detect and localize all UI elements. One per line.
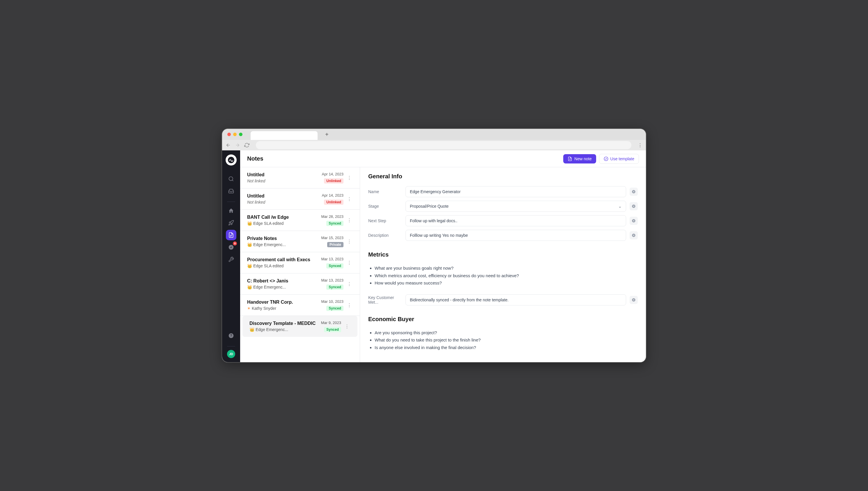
remove-field-button[interactable] xyxy=(629,202,638,210)
reload-button[interactable] xyxy=(244,143,249,148)
bullet-item: How would you measure success? xyxy=(374,279,638,287)
bullet-item: What are your business goals right now? xyxy=(374,264,638,272)
bullet-item: Are you sponsoring this project? xyxy=(374,329,638,337)
use-template-button[interactable]: Use template xyxy=(599,154,639,164)
note-date: Mar 28, 2023 xyxy=(321,214,343,219)
note-plus-icon xyxy=(568,156,572,161)
sidebar-divider xyxy=(227,202,235,202)
main-area: UntitledNot linkedApr 14, 2023Unlinked⋮U… xyxy=(240,167,646,362)
app-root: 9 ? JD Notes New note Use template xyxy=(222,150,646,362)
sidebar-divider xyxy=(227,346,235,346)
note-link: 👑 Edge Emergenc... xyxy=(247,285,321,289)
remove-field-button[interactable] xyxy=(629,187,638,196)
inbox-icon[interactable] xyxy=(226,186,236,196)
rocket-icon[interactable] xyxy=(226,218,236,228)
note-menu-button[interactable]: ⋮ xyxy=(346,238,353,246)
browser-window: + ⋮ 9 ? JD xyxy=(222,129,646,362)
note-item[interactable]: UntitledNot linkedApr 14, 2023Unlinked⋮ xyxy=(240,189,360,210)
note-date: Apr 14, 2023 xyxy=(322,172,343,176)
note-menu-button[interactable]: ⋮ xyxy=(346,195,353,203)
help-icon[interactable]: ? xyxy=(226,330,236,341)
remove-field-button[interactable] xyxy=(629,217,638,225)
metrics-field-input[interactable]: Bidirectionally synced - directly from t… xyxy=(405,294,626,306)
notes-icon[interactable] xyxy=(226,230,236,240)
remove-field-button[interactable] xyxy=(629,296,638,304)
note-date: Mar 15, 2023 xyxy=(321,236,343,240)
status-badge: Synced xyxy=(326,306,343,311)
note-menu-button[interactable]: ⋮ xyxy=(346,216,353,224)
metrics-heading: Metrics xyxy=(368,251,638,258)
general-info-heading: General Info xyxy=(368,173,638,180)
forward-button[interactable] xyxy=(235,143,240,148)
note-title: BANT Call /w Edge xyxy=(247,215,321,220)
note-item[interactable]: UntitledNot linkedApr 14, 2023Unlinked⋮ xyxy=(240,167,360,189)
browser-tab[interactable] xyxy=(251,131,317,140)
new-tab-button[interactable]: + xyxy=(325,131,329,138)
note-menu-button[interactable]: ⋮ xyxy=(346,301,353,309)
remove-field-button[interactable] xyxy=(629,231,638,239)
close-window-button[interactable] xyxy=(227,133,231,136)
app-sidebar: 9 ? JD xyxy=(222,150,240,362)
note-link: Not linked xyxy=(247,179,322,183)
note-item[interactable]: BANT Call /w Edge👑 Edge SLA editedMar 28… xyxy=(240,210,360,231)
note-link: 👑 Edge SLA edited xyxy=(247,221,321,226)
svg-text:?: ? xyxy=(230,334,232,337)
task-badge: 9 xyxy=(233,241,237,246)
back-button[interactable] xyxy=(226,143,231,148)
economic-buyer-bullets: Are you sponsoring this project?What do … xyxy=(368,329,638,351)
field-label: Stage xyxy=(368,204,402,208)
status-badge: Synced xyxy=(326,221,343,226)
status-badge: Synced xyxy=(326,285,343,290)
maximize-window-button[interactable] xyxy=(239,133,243,136)
address-bar[interactable] xyxy=(256,141,632,149)
text-input[interactable]: Follow up with legal docs.. xyxy=(405,215,626,226)
svg-point-1 xyxy=(229,177,233,181)
economic-buyer-section: Economic Buyer Are you sponsoring this p… xyxy=(368,316,638,351)
app-logo[interactable] xyxy=(226,154,236,166)
field-row: StageProposal/Price Quote⌄ xyxy=(368,201,638,212)
status-badge: Synced xyxy=(324,327,341,332)
status-badge: Unlinked xyxy=(324,200,343,205)
note-title: Private Notes xyxy=(247,236,321,241)
search-icon[interactable] xyxy=(226,174,236,184)
note-detail: General Info NameEdge Emergency Generato… xyxy=(360,167,646,362)
browser-menu-button[interactable]: ⋮ xyxy=(638,143,642,148)
metrics-field-row: Key Customer Met... Bidirectionally sync… xyxy=(368,294,638,306)
svg-point-5 xyxy=(604,157,608,161)
text-input[interactable]: Folllow up writing Yes no maybe xyxy=(405,230,626,241)
note-item[interactable]: Private Notes👑 Edge Emergenc...Mar 15, 2… xyxy=(240,231,360,252)
new-note-button[interactable]: New note xyxy=(563,154,596,164)
note-item[interactable]: Discovery Template - MEDDIC👑 Edge Emerge… xyxy=(243,316,358,337)
note-menu-button[interactable]: ⋮ xyxy=(343,323,351,330)
note-link: ✶ Kathy Snyder xyxy=(247,306,321,311)
note-item[interactable]: C: Robert <> Janis👑 Edge Emergenc...Mar … xyxy=(240,273,360,295)
stage-select[interactable]: Proposal/Price Quote⌄ xyxy=(405,201,626,212)
note-link: 👑 Edge Emergenc... xyxy=(249,327,321,332)
page-header: Notes New note Use template xyxy=(240,150,646,167)
home-icon[interactable] xyxy=(226,205,236,216)
metrics-field-label: Key Customer Met... xyxy=(368,295,402,305)
note-item[interactable]: Procurement call with Execs👑 Edge SLA ed… xyxy=(240,252,360,273)
note-title: Untitled xyxy=(247,172,322,177)
note-title: Handover TNR Corp. xyxy=(247,299,321,305)
field-row: NameEdge Emergency Generator xyxy=(368,186,638,197)
user-avatar[interactable]: JD xyxy=(227,350,235,358)
field-label: Name xyxy=(368,190,402,194)
browser-tab-bar: + xyxy=(222,129,646,140)
window-controls xyxy=(227,133,243,136)
tasks-icon[interactable]: 9 xyxy=(226,242,236,253)
bullet-item: Is anyone else involved in making the fi… xyxy=(374,344,638,351)
crown-icon: 👑 xyxy=(249,327,254,332)
note-menu-button[interactable]: ⋮ xyxy=(346,280,353,288)
person-icon: ✶ xyxy=(247,306,251,311)
general-info-fields: NameEdge Emergency GeneratorStageProposa… xyxy=(368,186,638,241)
note-title: Procurement call with Execs xyxy=(247,257,321,262)
text-input[interactable]: Edge Emergency Generator xyxy=(405,186,626,197)
field-label: Next Step xyxy=(368,219,402,223)
note-menu-button[interactable]: ⋮ xyxy=(346,174,353,182)
minimize-window-button[interactable] xyxy=(233,133,236,136)
note-title: Discovery Template - MEDDIC xyxy=(249,321,321,326)
note-menu-button[interactable]: ⋮ xyxy=(346,259,353,267)
settings-icon[interactable] xyxy=(226,254,236,265)
note-item[interactable]: Handover TNR Corp.✶ Kathy SnyderMar 10, … xyxy=(240,295,360,316)
